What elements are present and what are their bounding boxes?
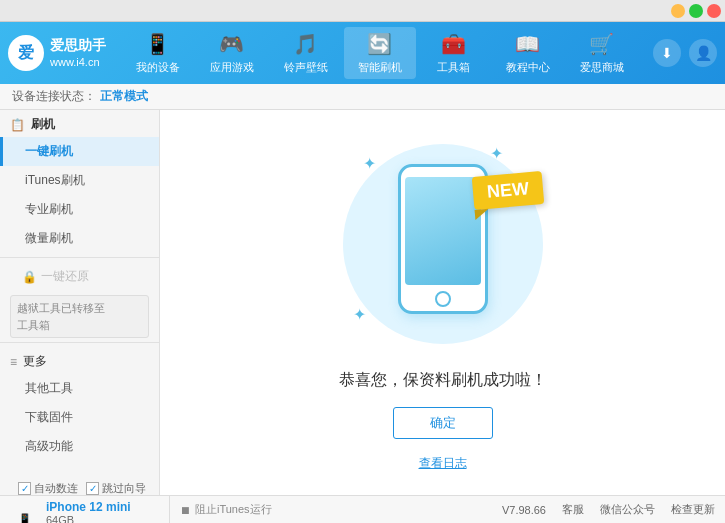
status-bar: 设备连接状态： 正常模式 bbox=[0, 84, 725, 110]
sidebar-divider-2 bbox=[0, 342, 159, 343]
smart-flash-icon: 🔄 bbox=[367, 32, 392, 56]
nav-item-smart-flash[interactable]: 🔄 智能刷机 bbox=[344, 27, 416, 79]
logo-icon: 爱 bbox=[8, 35, 44, 71]
auto-connect-checkbox[interactable]: ✓ 自动数连 bbox=[18, 481, 78, 496]
stop-itunes-icon: ⏹ bbox=[180, 504, 191, 516]
nav-item-my-device[interactable]: 📱 我的设备 bbox=[122, 27, 194, 79]
close-button[interactable] bbox=[707, 4, 721, 18]
phone-home-btn bbox=[435, 291, 451, 307]
sidebar-item-download-fw[interactable]: 下载固件 bbox=[0, 403, 159, 432]
store-icon: 🛒 bbox=[589, 32, 614, 56]
sidebar-note-jailbreak: 越狱工具已转移至工具箱 bbox=[10, 295, 149, 338]
device-phone-icon: 📱 bbox=[18, 513, 32, 524]
back-today-link[interactable]: 查看日志 bbox=[419, 455, 467, 472]
version-label: V7.98.66 bbox=[502, 504, 546, 516]
skip-wizard-cb-box: ✓ bbox=[86, 482, 99, 495]
nav-item-tutorial[interactable]: 📖 教程中心 bbox=[492, 27, 564, 79]
status-value: 正常模式 bbox=[100, 88, 148, 105]
user-button[interactable]: 👤 bbox=[689, 39, 717, 67]
main-layout: 📋 刷机 一键刷机 iTunes刷机 专业刷机 微量刷机 🔒 一键还原 越狱工具… bbox=[0, 110, 725, 495]
sidebar-item-advanced[interactable]: 高级功能 bbox=[0, 432, 159, 461]
stop-itunes-button[interactable]: ⏹ 阻止iTunes运行 bbox=[180, 502, 272, 517]
phone-screen bbox=[405, 177, 481, 285]
success-illustration: NEW ✦ ✦ ✦ bbox=[333, 134, 553, 354]
bottom-main-section: ⏹ 阻止iTunes运行 bbox=[170, 502, 502, 517]
auto-connect-cb-box: ✓ bbox=[18, 482, 31, 495]
sparkle-3: ✦ bbox=[353, 305, 366, 324]
sidebar-disabled-restore: 🔒 一键还原 bbox=[0, 262, 159, 291]
tutorial-icon: 📖 bbox=[515, 32, 540, 56]
content-area: NEW ✦ ✦ ✦ 恭喜您，保资料刷机成功啦！ 确定 查看日志 bbox=[160, 110, 725, 495]
ringtones-icon: 🎵 bbox=[293, 32, 318, 56]
flash-section-icon: 📋 bbox=[10, 118, 25, 132]
title-bar bbox=[0, 0, 725, 22]
sidebar-item-pro-flash[interactable]: 专业刷机 bbox=[0, 195, 159, 224]
service-link[interactable]: 客服 bbox=[562, 502, 584, 517]
nav-item-toolbox[interactable]: 🧰 工具箱 bbox=[418, 27, 490, 79]
minimize-button[interactable] bbox=[671, 4, 685, 18]
sidebar-item-other-tools[interactable]: 其他工具 bbox=[0, 374, 159, 403]
sidebar-flash-section: 📋 刷机 bbox=[0, 110, 159, 137]
logo-area: 爱 爱思助手 www.i4.cn bbox=[8, 35, 106, 71]
confirm-button[interactable]: 确定 bbox=[393, 407, 493, 439]
success-text: 恭喜您，保资料刷机成功啦！ bbox=[339, 370, 547, 391]
nav-item-apps-games[interactable]: 🎮 应用游戏 bbox=[196, 27, 268, 79]
toolbox-icon: 🧰 bbox=[441, 32, 466, 56]
device-info: iPhone 12 mini 64GB Down-12mini-13,1 bbox=[36, 500, 145, 523]
apps-games-icon: 🎮 bbox=[219, 32, 244, 56]
wechat-link[interactable]: 微信公众号 bbox=[600, 502, 655, 517]
sidebar-divider-1 bbox=[0, 257, 159, 258]
bottom-left-section: ✓ 自动数连 ✓ 跳过向导 📱 iPhone 12 mini 64GB Down… bbox=[10, 496, 170, 523]
maximize-button[interactable] bbox=[689, 4, 703, 18]
nav-right: ⬇ 👤 bbox=[653, 39, 717, 67]
bottom-bar: ✓ 自动数连 ✓ 跳过向导 📱 iPhone 12 mini 64GB Down… bbox=[0, 495, 725, 523]
nav-item-ringtones[interactable]: 🎵 铃声壁纸 bbox=[270, 27, 342, 79]
bottom-right: V7.98.66 客服 微信公众号 检查更新 bbox=[502, 502, 715, 517]
top-nav: 爱 爱思助手 www.i4.cn 📱 我的设备 🎮 应用游戏 🎵 铃声壁纸 🔄 … bbox=[0, 22, 725, 84]
logo-text: 爱思助手 www.i4.cn bbox=[50, 36, 106, 71]
my-device-icon: 📱 bbox=[145, 32, 170, 56]
sidebar: 📋 刷机 一键刷机 iTunes刷机 专业刷机 微量刷机 🔒 一键还原 越狱工具… bbox=[0, 110, 160, 495]
nav-item-store[interactable]: 🛒 爱思商城 bbox=[566, 27, 638, 79]
update-link[interactable]: 检查更新 bbox=[671, 502, 715, 517]
sparkle-2: ✦ bbox=[490, 144, 503, 163]
sidebar-more-section: ≡ 更多 bbox=[0, 347, 159, 374]
nav-items: 📱 我的设备 🎮 应用游戏 🎵 铃声壁纸 🔄 智能刷机 🧰 工具箱 📖 教程中心… bbox=[116, 27, 643, 79]
download-button[interactable]: ⬇ bbox=[653, 39, 681, 67]
sidebar-item-micro-flash[interactable]: 微量刷机 bbox=[0, 224, 159, 253]
new-badge: NEW bbox=[471, 171, 544, 210]
sidebar-item-one-click-flash[interactable]: 一键刷机 bbox=[0, 137, 159, 166]
skip-wizard-checkbox[interactable]: ✓ 跳过向导 bbox=[86, 481, 146, 496]
status-label: 设备连接状态： bbox=[12, 88, 96, 105]
more-section-icon: ≡ bbox=[10, 355, 17, 369]
sidebar-item-itunes-flash[interactable]: iTunes刷机 bbox=[0, 166, 159, 195]
sparkle-1: ✦ bbox=[363, 154, 376, 173]
